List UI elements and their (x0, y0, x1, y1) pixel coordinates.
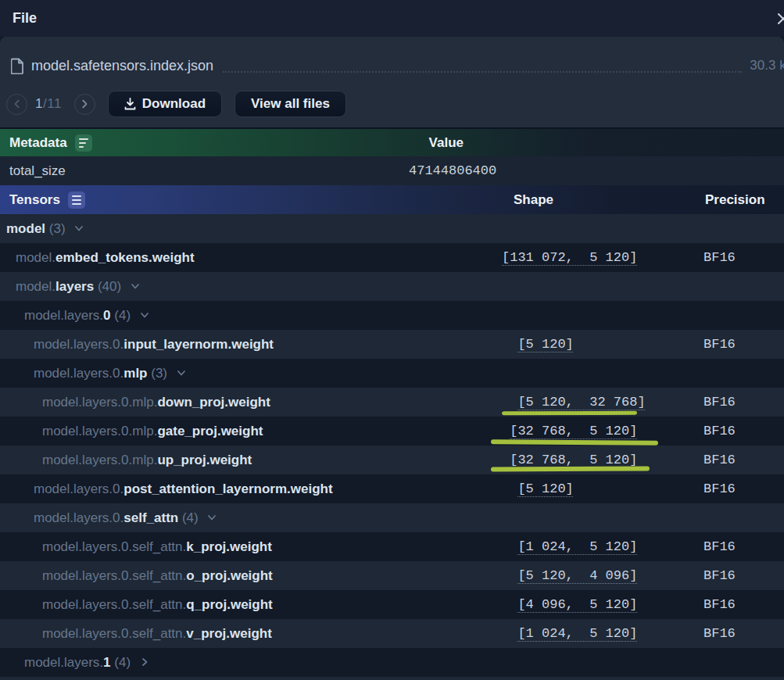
tensor-name-bold: down_proj.weight (157, 395, 270, 410)
tensor-row[interactable]: model.layers.0 (4) (0, 301, 784, 330)
tensor-name-prefix: model.layers.0.self_attn. (42, 626, 186, 641)
tensor-shape[interactable]: [32 768, 5 120] (502, 424, 637, 438)
chevron-right-icon (80, 99, 89, 109)
tensor-name-bold: up_proj.weight (157, 453, 252, 467)
tensor-name-prefix: model.layers.0.mlp. (42, 453, 157, 467)
tensor-name-prefix: model.layers.0.self_attn. (42, 568, 186, 583)
value-column-header: Value (429, 135, 464, 151)
tensor-row: model.layers.0.self_attn.q_proj.weight [… (0, 590, 784, 619)
tensor-name: model.layers.0.mlp.down_proj.weight (0, 395, 270, 410)
tensor-name: model.layers.0.mlp (3) (0, 366, 187, 381)
tensor-shape[interactable]: [1 024, 5 120] (502, 539, 637, 554)
view-all-files-label: View all files (251, 96, 330, 112)
metadata-row: total_size 47144806400 (0, 156, 784, 185)
tensor-name: model.embed_tokens.weight (0, 250, 195, 266)
tensor-shape[interactable]: [5 120] (502, 337, 574, 352)
file-size: 30.3 kB (750, 58, 784, 73)
tensor-name: model.layers.0.self_attn.v_proj.weight (0, 626, 272, 642)
tensor-precision: BF16 (703, 424, 736, 438)
tensor-name-prefix: model.layers.0.self_attn. (42, 597, 186, 612)
tensor-row: model.layers.0.mlp.gate_proj.weight [32 … (0, 417, 784, 446)
tensor-precision: BF16 (703, 539, 736, 554)
tensor-name-prefix: model.layers.0.mlp. (42, 424, 157, 438)
tensor-row[interactable]: model.layers (40) (0, 272, 784, 301)
tensor-name-prefix: model.layers.0. (34, 481, 124, 496)
precision-column-header: Precision (705, 192, 765, 208)
tensor-precision: BF16 (703, 337, 736, 352)
tensor-precision: BF16 (703, 395, 736, 410)
tensor-name-prefix: model.layers.0. (34, 337, 124, 352)
tensor-shape[interactable]: [1 024, 5 120] (502, 626, 637, 641)
tensor-name-prefix: model.layers.0. (34, 510, 124, 525)
tensor-name-bold: self_attn (124, 510, 178, 525)
tensor-row[interactable]: model.layers.0.mlp (3) (0, 359, 784, 388)
tensor-shape[interactable]: [5 120] (502, 481, 574, 496)
tensor-name-bold: 0 (103, 308, 110, 323)
tensor-row: model.layers.0.input_layernorm.weight [5… (0, 330, 784, 359)
tensor-row[interactable]: model.layers.1 (4) (0, 648, 784, 677)
tensor-shape[interactable]: [131 072, 5 120] (502, 250, 637, 265)
tensors-rows: model (3) model.embed_tokens.weight [131… (0, 214, 784, 677)
x-close-icon[interactable] (776, 12, 784, 29)
tensors-section-header: Tensors Shape Precision (0, 185, 784, 214)
tensor-row[interactable]: model (3) (0, 214, 784, 243)
tensor-name-prefix: model. (16, 279, 55, 294)
tensor-group-count: (4) (111, 655, 131, 670)
chevron-left-icon (13, 99, 22, 109)
tensor-name-bold: embed_tokens.weight (55, 250, 195, 265)
tensor-name: model.layers.0 (4) (0, 308, 150, 324)
tensor-name-bold: post_attention_layernorm.weight (124, 481, 332, 496)
next-page-button[interactable] (74, 94, 95, 115)
file-header-panel: model.safetensors.index.json 30.3 kB 1/1… (0, 37, 784, 127)
prev-page-button[interactable] (6, 94, 27, 115)
file-name: model.safetensors.index.json (31, 58, 213, 74)
chevron-down-icon (176, 368, 187, 378)
tensor-row: model.layers.0.mlp.down_proj.weight [5 1… (0, 388, 784, 417)
menu-lines-icon[interactable] (68, 191, 85, 209)
tensor-name-bold: q_proj.weight (186, 597, 273, 612)
sort-lines-icon[interactable] (75, 134, 92, 152)
tensor-precision: BF16 (703, 250, 736, 265)
download-button[interactable]: Download (108, 91, 222, 117)
tensor-name-bold: layers (55, 279, 94, 294)
tensor-name-prefix: model.layers.0.mlp. (42, 395, 157, 410)
tensor-name: model (3) (0, 221, 84, 237)
tensor-name-prefix: model.layers. (24, 308, 103, 323)
chevron-down-icon (139, 310, 150, 320)
tensor-name-prefix: model.layers.0. (34, 366, 124, 381)
tensor-name-bold: model (6, 221, 45, 236)
tensor-name: model.layers (40) (0, 279, 141, 295)
tensor-name-bold: gate_proj.weight (157, 424, 263, 438)
tensor-name-bold: o_proj.weight (186, 568, 273, 583)
tensor-precision: BF16 (703, 453, 736, 467)
tensor-row: model.layers.0.mlp.up_proj.weight [32 76… (0, 446, 784, 474)
tensor-row: model.layers.0.self_attn.k_proj.weight [… (0, 532, 784, 561)
tensor-shape[interactable]: [32 768, 5 120] (502, 453, 637, 467)
tensor-name: model.layers.0.self_attn (4) (0, 510, 217, 526)
metadata-value: 47144806400 (409, 163, 496, 178)
tensor-precision: BF16 (703, 626, 736, 641)
dotted-leader (223, 65, 742, 73)
pager-total: /11 (43, 96, 62, 111)
tensor-name: model.layers.0.post_attention_layernorm.… (0, 481, 333, 497)
tensor-group-count: (40) (94, 279, 121, 294)
tensor-group-count: (4) (178, 510, 199, 525)
view-all-files-button[interactable]: View all files (234, 91, 346, 117)
tensor-name: model.layers.0.self_attn.o_proj.weight (0, 568, 273, 584)
download-button-label: Download (142, 96, 206, 112)
tensor-row[interactable]: model.layers.0.self_attn (4) (0, 503, 784, 532)
tensor-name-bold: 1 (103, 655, 110, 670)
tensor-precision: BF16 (703, 481, 736, 496)
chevron-down-icon (206, 513, 217, 522)
tensor-shape[interactable]: [4 096, 5 120] (502, 597, 637, 612)
tensor-shape[interactable]: [5 120, 32 768] (502, 395, 646, 410)
tensor-name: model.layers.0.self_attn.q_proj.weight (0, 597, 273, 613)
download-icon (124, 98, 136, 110)
tensor-name-prefix: model.layers.0.self_attn. (42, 539, 186, 554)
tensor-name-prefix: model. (16, 250, 55, 265)
tensor-shape[interactable]: [5 120, 4 096] (502, 568, 637, 583)
tensor-name-bold: k_proj.weight (186, 539, 272, 554)
shape-column-header: Shape (514, 192, 553, 208)
tensor-row: model.layers.0.self_attn.v_proj.weight [… (0, 619, 784, 648)
tensor-precision: BF16 (703, 597, 736, 612)
